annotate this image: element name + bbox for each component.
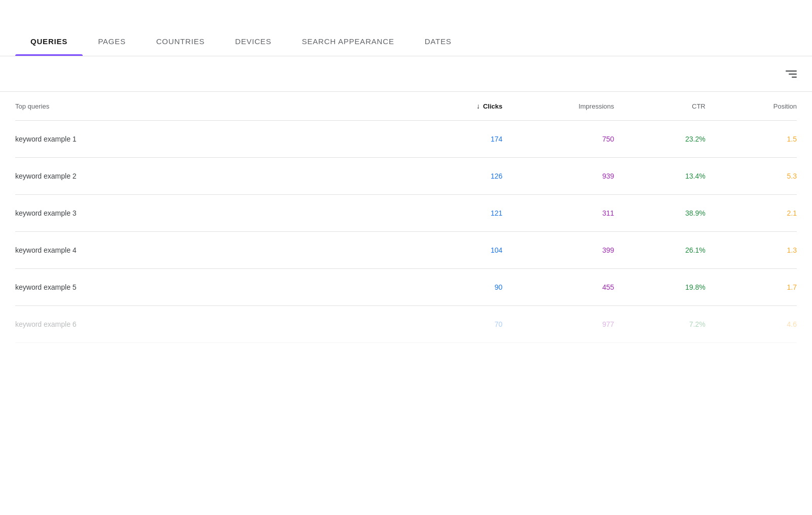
position-cell: 1.3 [705, 246, 797, 254]
clicks-cell: 121 [411, 209, 502, 217]
query-cell: keyword example 5 [15, 283, 411, 291]
clicks-cell: 174 [411, 135, 502, 143]
col-header-ctr[interactable]: CTR [614, 102, 705, 110]
impressions-cell: 939 [502, 172, 614, 180]
filter-icon [789, 74, 797, 75]
query-cell: keyword example 3 [15, 209, 411, 217]
tab-pages[interactable]: PAGES [83, 27, 141, 56]
clicks-cell: 126 [411, 172, 502, 180]
ctr-cell: 23.2% [614, 135, 705, 143]
position-cell: 2.1 [705, 209, 797, 217]
table-row[interactable]: keyword example 5 90 455 19.8% 1.7 [15, 269, 797, 306]
tab-devices[interactable]: DEVICES [220, 27, 286, 56]
query-cell: keyword example 2 [15, 172, 411, 180]
ctr-cell: 26.1% [614, 246, 705, 254]
col-header-impressions[interactable]: Impressions [502, 102, 614, 110]
filter-area [0, 56, 812, 92]
table-row[interactable]: keyword example 1 174 750 23.2% 1.5 [15, 121, 797, 158]
impressions-cell: 750 [502, 135, 614, 143]
tabs-bar: QUERIES PAGES COUNTRIES DEVICES SEARCH A… [0, 0, 812, 56]
table-header: Top queries ↓ Clicks Impressions CTR Pos… [15, 92, 797, 121]
clicks-cell: 104 [411, 246, 502, 254]
ctr-cell: 19.8% [614, 283, 705, 291]
table-body: keyword example 1 174 750 23.2% 1.5 keyw… [15, 121, 797, 343]
table-row[interactable]: keyword example 2 126 939 13.4% 5.3 [15, 158, 797, 195]
data-table: Top queries ↓ Clicks Impressions CTR Pos… [0, 92, 812, 343]
col-header-position[interactable]: Position [705, 102, 797, 110]
query-cell: keyword example 6 [15, 320, 411, 328]
tab-dates[interactable]: DATES [410, 27, 467, 56]
impressions-cell: 977 [502, 320, 614, 328]
clicks-cell: 90 [411, 283, 502, 291]
query-cell: keyword example 1 [15, 135, 411, 143]
tab-search-appearance[interactable]: SEARCH APPEARANCE [287, 27, 410, 56]
table-row[interactable]: keyword example 3 121 311 38.9% 2.1 [15, 195, 797, 232]
col-header-clicks[interactable]: ↓ Clicks [411, 102, 502, 110]
tab-countries[interactable]: COUNTRIES [141, 27, 220, 56]
filter-icon [786, 71, 797, 72]
ctr-cell: 7.2% [614, 320, 705, 328]
filter-icon [792, 77, 797, 78]
sort-arrow-icon: ↓ [477, 102, 480, 110]
filter-button[interactable] [786, 71, 797, 78]
impressions-cell: 311 [502, 209, 614, 217]
clicks-cell: 70 [411, 320, 502, 328]
ctr-cell: 13.4% [614, 172, 705, 180]
table-row[interactable]: keyword example 6 70 977 7.2% 4.6 [15, 306, 797, 343]
impressions-cell: 455 [502, 283, 614, 291]
col-header-query: Top queries [15, 102, 411, 110]
position-cell: 1.5 [705, 135, 797, 143]
position-cell: 5.3 [705, 172, 797, 180]
position-cell: 1.7 [705, 283, 797, 291]
ctr-cell: 38.9% [614, 209, 705, 217]
table-row[interactable]: keyword example 4 104 399 26.1% 1.3 [15, 232, 797, 269]
query-cell: keyword example 4 [15, 246, 411, 254]
position-cell: 4.6 [705, 320, 797, 328]
tab-queries[interactable]: QUERIES [15, 27, 83, 56]
impressions-cell: 399 [502, 246, 614, 254]
